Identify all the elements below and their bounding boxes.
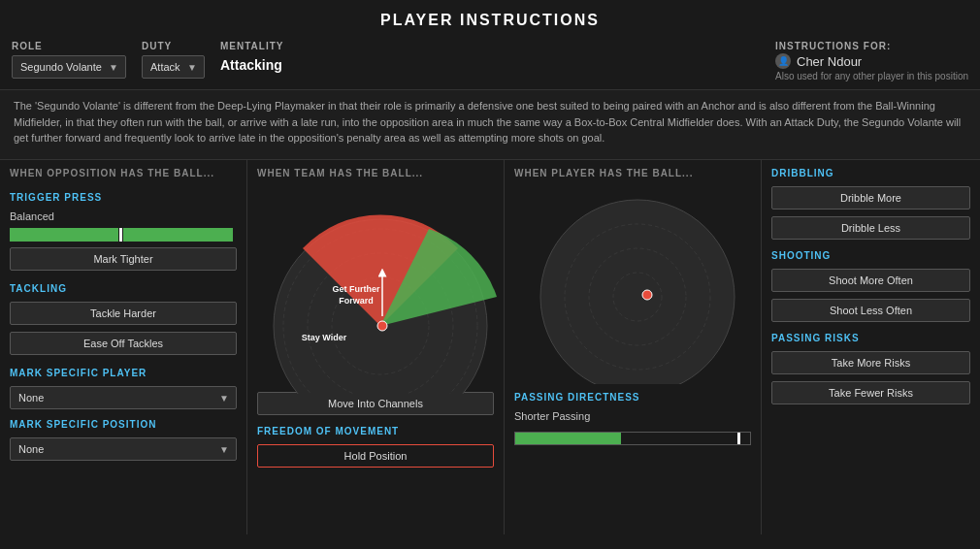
passing-directness-bar — [514, 432, 751, 445]
mark-specific-player-label: MARK SPECIFIC PLAYER — [10, 368, 237, 378]
description-box: The 'Segundo Volante' is different from … — [0, 90, 980, 160]
svg-point-4 — [377, 321, 387, 331]
svg-point-14 — [642, 290, 652, 300]
trigger-bar-marker — [119, 228, 122, 242]
trigger-press-bar — [10, 228, 237, 242]
instructions-for-group: INSTRUCTIONS FOR: 👤 Cher Ndour Also used… — [775, 41, 968, 81]
mark-position-select-wrapper: None ▼ — [10, 437, 237, 461]
freedom-of-movement-input[interactable] — [257, 444, 494, 468]
passing-risks-label: PASSING RISKS — [771, 333, 970, 343]
pitch-svg: Get Further Forward Stay Wider — [264, 190, 497, 394]
mark-player-select[interactable]: None — [10, 386, 237, 409]
mark-position-select[interactable]: None — [10, 437, 237, 461]
passing-panel-header: WHEN PLAYER HAS THE BALL... — [514, 168, 751, 178]
dribbling-label: DRIBBLING — [771, 168, 970, 178]
trigger-press-group: TRIGGER PRESS Balanced Mark Tighter — [10, 192, 237, 274]
take-more-risks-button[interactable]: Take More Risks — [771, 351, 970, 374]
move-into-channels-button[interactable]: Move Into Channels — [257, 392, 494, 415]
mentality-value: Attacking — [220, 55, 283, 73]
mark-specific-player-group: MARK SPECIFIC PLAYER None ▼ — [10, 368, 237, 409]
freedom-of-movement-group: FREEDOM OF MOVEMENT — [257, 426, 494, 468]
duty-select[interactable]: Attack — [142, 55, 205, 79]
tackling-label: TACKLING — [10, 283, 237, 294]
duty-label: DUTY — [142, 41, 205, 51]
svg-text:Get Further: Get Further — [332, 284, 380, 294]
take-fewer-risks-button[interactable]: Take Fewer Risks — [771, 381, 970, 404]
passing-visualization — [526, 190, 739, 384]
duty-select-wrapper: Attack ▼ — [142, 55, 205, 79]
role-label: ROLE — [12, 41, 126, 51]
passing-directness-group: PASSING DIRECTNESS Shorter Passing — [514, 392, 751, 449]
passing-bar-marker — [737, 433, 740, 444]
dribbling-group: DRIBBLING Dribble More Dribble Less — [771, 168, 970, 242]
svg-point-10 — [540, 200, 735, 384]
right-options-panel: DRIBBLING Dribble More Dribble Less SHOO… — [762, 160, 980, 534]
main-content: WHEN OPPOSITION HAS THE BALL... TRIGGER … — [0, 160, 980, 534]
player-icon: 👤 — [775, 53, 791, 69]
trigger-press-label: TRIGGER PRESS — [10, 192, 237, 203]
role-group: ROLE Segundo Volante ▼ — [12, 41, 126, 79]
mentality-label: MENTALITY — [220, 41, 283, 51]
instructions-for-label: INSTRUCTIONS FOR: — [775, 41, 968, 51]
dribble-less-button[interactable]: Dribble Less — [771, 216, 970, 240]
mark-tighter-button[interactable]: Mark Tighter — [10, 247, 237, 271]
mentality-group: MENTALITY Attacking — [220, 41, 283, 73]
player-name-row: 👤 Cher Ndour — [775, 53, 968, 69]
balance-label: Balanced — [10, 210, 237, 222]
mark-player-select-wrapper: None ▼ — [10, 386, 237, 409]
shoot-less-often-button[interactable]: Shoot Less Often — [771, 299, 970, 322]
middle-panel: WHEN TEAM HAS THE BALL... — [247, 160, 505, 534]
shoot-more-often-button[interactable]: Shoot More Often — [771, 269, 970, 292]
passing-risks-group: PASSING RISKS Take More Risks Take Fewer… — [771, 333, 970, 407]
tackling-group: TACKLING Tackle Harder Ease Off Tackles — [10, 283, 237, 358]
left-panel: WHEN OPPOSITION HAS THE BALL... TRIGGER … — [0, 160, 247, 534]
passing-directness-label: PASSING DIRECTNESS — [514, 392, 751, 403]
svg-text:Stay Wider: Stay Wider — [302, 333, 347, 342]
ease-off-tackles-button[interactable]: Ease Off Tackles — [10, 332, 237, 355]
trigger-bar-left — [10, 228, 118, 242]
dribble-more-button[interactable]: Dribble More — [771, 186, 970, 210]
middle-panel-header: WHEN TEAM HAS THE BALL... — [257, 168, 494, 178]
shooting-group: SHOOTING Shoot More Often Shoot Less Oft… — [771, 250, 970, 325]
player-name: Cher Ndour — [797, 54, 862, 69]
passing-directness-value: Shorter Passing — [514, 410, 751, 422]
passing-svg — [526, 190, 749, 384]
instructions-for-sub: Also used for any other player in this p… — [775, 71, 968, 81]
left-panel-header: WHEN OPPOSITION HAS THE BALL... — [10, 168, 237, 178]
mark-specific-position-group: MARK SPECIFIC POSITION None ▼ — [10, 419, 237, 461]
pitch-visualization: Get Further Forward Stay Wider — [264, 190, 487, 384]
svg-text:Forward: Forward — [339, 296, 374, 306]
passing-panel: WHEN PLAYER HAS THE BALL... PASSING DIRE… — [505, 160, 762, 534]
top-bar: ROLE Segundo Volante ▼ DUTY Attack ▼ MEN… — [0, 37, 980, 90]
mark-specific-position-label: MARK SPECIFIC POSITION — [10, 419, 237, 430]
role-select-wrapper: Segundo Volante ▼ — [12, 55, 126, 79]
page-title: PLAYER INSTRUCTIONS — [0, 0, 980, 37]
shooting-label: SHOOTING — [771, 250, 970, 261]
passing-bar-fill — [515, 433, 621, 444]
role-select[interactable]: Segundo Volante — [12, 55, 126, 79]
freedom-of-movement-label: FREEDOM OF MOVEMENT — [257, 426, 494, 436]
trigger-bar-right — [123, 228, 232, 242]
duty-group: DUTY Attack ▼ — [142, 41, 205, 79]
tackle-harder-button[interactable]: Tackle Harder — [10, 302, 237, 325]
